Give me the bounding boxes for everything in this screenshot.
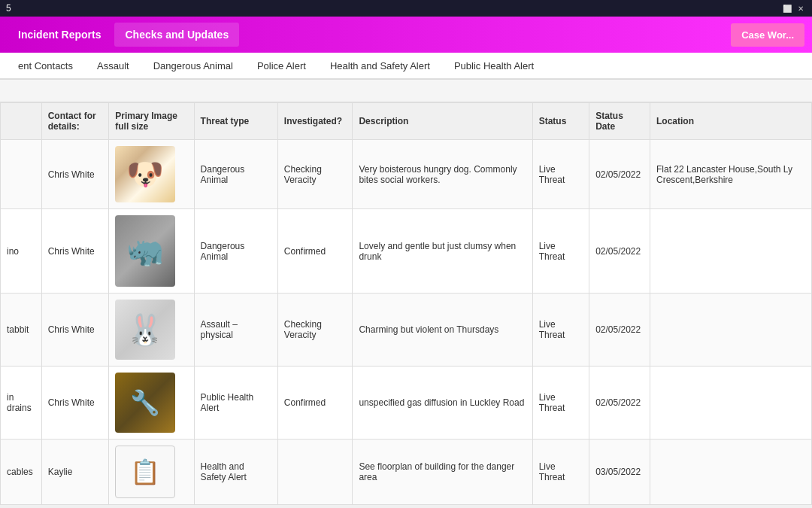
cell-image xyxy=(109,367,194,440)
cell-image xyxy=(109,440,194,505)
col-header-id xyxy=(1,103,42,140)
incident-image-floorplan xyxy=(115,446,175,498)
table-row[interactable]: tabbitChris WhiteAssault – physicalCheck… xyxy=(1,294,812,367)
cell-status: Live Threat xyxy=(532,294,589,367)
col-header-threat: Threat type xyxy=(194,103,277,140)
col-header-location: Location xyxy=(650,103,811,140)
col-header-contact: Contact for details: xyxy=(41,103,109,140)
cell-id: cables xyxy=(1,440,42,505)
cell-image xyxy=(109,140,194,209)
cell-status: Live Threat xyxy=(532,367,589,440)
sub-navigation: ent Contacts Assault Dangerous Animal Po… xyxy=(0,53,812,80)
cell-description: Charming but violent on Thursdays xyxy=(353,294,532,367)
incident-image-rabbit xyxy=(115,300,175,360)
incident-image-beagle xyxy=(115,146,175,202)
col-header-investigated: Investigated? xyxy=(277,103,353,140)
cell-status: Live Threat xyxy=(532,140,589,209)
cell-image xyxy=(109,294,194,367)
tab-police-alert[interactable]: Police Alert xyxy=(247,56,317,78)
cell-location xyxy=(650,294,811,367)
table-row[interactable]: Chris WhiteDangerous AnimalChecking Vera… xyxy=(1,140,812,209)
nav-checks-updates[interactable]: Checks and Updates xyxy=(114,23,239,47)
cell-status: Live Threat xyxy=(532,440,589,505)
cell-investigated: Checking Veracity xyxy=(277,140,353,209)
table-wrapper: Contact for details: Primary Image full … xyxy=(0,102,812,505)
cell-threat: Dangerous Animal xyxy=(194,209,277,294)
nav-incident-reports[interactable]: Incident Reports xyxy=(8,23,111,47)
cell-description: Very boisterous hungry dog. Commonly bit… xyxy=(353,140,532,209)
cell-id: ino xyxy=(1,209,42,294)
incident-image-rhino xyxy=(115,215,175,287)
table-header-row: Contact for details: Primary Image full … xyxy=(1,103,812,140)
close-icon[interactable]: ✕ xyxy=(795,3,806,14)
cell-status-date: 02/05/2022 xyxy=(589,294,650,367)
maximize-icon[interactable]: ⬜ xyxy=(782,3,792,14)
app-number: 5 xyxy=(6,3,11,14)
cell-location xyxy=(650,367,811,440)
cell-image xyxy=(109,209,194,294)
top-navigation: Incident Reports Checks and Updates Case… xyxy=(0,17,812,53)
cell-contact: Chris White xyxy=(41,209,109,294)
user-button[interactable]: Case Wor... xyxy=(731,23,804,47)
cell-investigated xyxy=(277,440,353,505)
cell-contact: Chris White xyxy=(41,367,109,440)
cell-id: in drains xyxy=(1,367,42,440)
tab-dangerous-animal[interactable]: Dangerous Animal xyxy=(143,56,244,78)
table-row[interactable]: inoChris WhiteDangerous AnimalConfirmedL… xyxy=(1,209,812,294)
tab-public-health-alert[interactable]: Public Health Alert xyxy=(444,56,544,78)
cell-threat: Assault – physical xyxy=(194,294,277,367)
cell-investigated: Confirmed xyxy=(277,209,353,294)
tab-health-safety-alert[interactable]: Health and Safety Alert xyxy=(320,56,441,78)
cell-location: Flat 22 Lancaster House,South Ly Crescen… xyxy=(650,140,811,209)
incident-table: Contact for details: Primary Image full … xyxy=(0,102,812,505)
table-row[interactable]: cablesKaylieHealth and Safety AlertSee f… xyxy=(1,440,812,505)
cell-description: Lovely and gentle but just clumsy when d… xyxy=(353,209,532,294)
title-bar: 5 ⬜ ✕ xyxy=(0,0,812,17)
cell-contact: Chris White xyxy=(41,294,109,367)
incident-image-drains xyxy=(115,373,175,433)
cell-status-date: 02/05/2022 xyxy=(589,209,650,294)
cell-investigated: Checking Veracity xyxy=(277,294,353,367)
window-controls[interactable]: ⬜ ✕ xyxy=(782,3,806,14)
cell-description: unspecified gas diffusion in Luckley Roa… xyxy=(353,367,532,440)
cell-status-date: 02/05/2022 xyxy=(589,367,650,440)
col-header-image: Primary Image full size xyxy=(109,103,194,140)
col-header-description: Description xyxy=(353,103,532,140)
cell-status: Live Threat xyxy=(532,209,589,294)
col-header-status: Status xyxy=(532,103,589,140)
cell-status-date: 02/05/2022 xyxy=(589,140,650,209)
cell-threat: Dangerous Animal xyxy=(194,140,277,209)
table-row[interactable]: in drainsChris WhitePublic Health AlertC… xyxy=(1,367,812,440)
cell-location xyxy=(650,209,811,294)
tab-assault[interactable]: Assault xyxy=(86,56,140,78)
toolbar xyxy=(0,80,812,102)
cell-investigated: Confirmed xyxy=(277,367,353,440)
cell-id xyxy=(1,140,42,209)
cell-location xyxy=(650,440,811,505)
top-nav-links: Incident Reports Checks and Updates xyxy=(8,23,239,47)
cell-status-date: 03/05/2022 xyxy=(589,440,650,505)
col-header-status-date: Status Date xyxy=(589,103,650,140)
tab-incident-contacts[interactable]: ent Contacts xyxy=(8,56,83,78)
cell-threat: Public Health Alert xyxy=(194,367,277,440)
cell-threat: Health and Safety Alert xyxy=(194,440,277,505)
cell-id: tabbit xyxy=(1,294,42,367)
cell-contact: Chris White xyxy=(41,140,109,209)
cell-contact: Kaylie xyxy=(41,440,109,505)
cell-description: See floorplan of building for the danger… xyxy=(353,440,532,505)
